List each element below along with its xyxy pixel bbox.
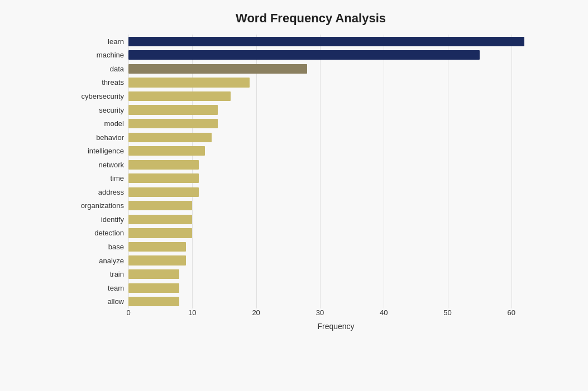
bar-row xyxy=(128,158,543,172)
bar xyxy=(128,255,186,265)
bar-row xyxy=(128,213,543,226)
bar xyxy=(128,91,231,101)
x-tick: 0 xyxy=(126,308,130,317)
bar-row xyxy=(128,281,543,295)
bar-row xyxy=(128,171,543,185)
bar xyxy=(128,78,250,87)
bar xyxy=(128,160,199,170)
bar xyxy=(128,64,307,74)
bar xyxy=(128,215,192,224)
bar xyxy=(128,228,192,238)
bar xyxy=(128,37,524,46)
bar xyxy=(128,242,186,252)
bar xyxy=(128,119,218,128)
y-label: data xyxy=(67,62,128,76)
x-tick: 30 xyxy=(316,308,324,317)
y-label: learn xyxy=(67,35,128,49)
bar-row xyxy=(128,89,543,103)
bar-row xyxy=(128,35,543,49)
bar xyxy=(128,105,218,114)
y-label: security xyxy=(67,103,128,117)
bar xyxy=(128,173,199,183)
chart-title: Word Frequency Analysis xyxy=(67,11,554,26)
y-label: identify xyxy=(67,213,128,226)
y-label: base xyxy=(67,240,128,254)
bar-row xyxy=(128,117,543,131)
y-label: allow xyxy=(67,295,128,308)
y-label: time xyxy=(67,171,128,185)
bar-row xyxy=(128,185,543,199)
bar-row xyxy=(128,49,543,62)
x-tick: 50 xyxy=(443,308,451,317)
x-tick: 40 xyxy=(380,308,388,317)
y-label: model xyxy=(67,117,128,131)
y-label: machine xyxy=(67,49,128,62)
y-label: cybersecurity xyxy=(67,89,128,103)
x-tick: 10 xyxy=(188,308,196,317)
y-label: threats xyxy=(67,76,128,90)
y-label: network xyxy=(67,158,128,172)
bar xyxy=(128,201,192,210)
y-axis-labels: learnmachinedatathreatscybersecuritysecu… xyxy=(67,35,128,308)
bar-row xyxy=(128,62,543,76)
y-label: analyze xyxy=(67,254,128,268)
y-label: train xyxy=(67,267,128,281)
bar-row xyxy=(128,76,543,90)
y-label: address xyxy=(67,185,128,199)
bar xyxy=(128,187,199,197)
bar-row xyxy=(128,254,543,268)
bar xyxy=(128,133,212,142)
bar-row xyxy=(128,240,543,254)
x-tick: 60 xyxy=(508,308,515,317)
chart-container: Word Frequency Analysis learnmachinedata… xyxy=(0,0,588,391)
chart-area: learnmachinedatathreatscybersecuritysecu… xyxy=(67,35,554,336)
bar xyxy=(128,269,179,279)
y-label: team xyxy=(67,281,128,295)
bar-row xyxy=(128,226,543,240)
y-label: detection xyxy=(67,226,128,240)
y-label: behavior xyxy=(67,131,128,144)
bar-row xyxy=(128,199,543,213)
bar xyxy=(128,146,205,156)
y-label: organizations xyxy=(67,199,128,213)
x-tick: 20 xyxy=(252,308,260,317)
bars-wrapper xyxy=(128,35,543,308)
bars-list xyxy=(128,35,543,308)
bar-row xyxy=(128,267,543,281)
x-axis-label: Frequency xyxy=(128,322,543,331)
bar xyxy=(128,297,179,306)
x-ticks: 0102030405060 xyxy=(128,308,543,320)
y-label: intelligence xyxy=(67,144,128,158)
bar-row xyxy=(128,103,543,117)
x-axis: 0102030405060 Frequency xyxy=(128,308,543,336)
bar-row xyxy=(128,131,543,144)
bar xyxy=(128,50,480,60)
bar-row xyxy=(128,295,543,308)
bar xyxy=(128,283,179,293)
bar-row xyxy=(128,144,543,158)
